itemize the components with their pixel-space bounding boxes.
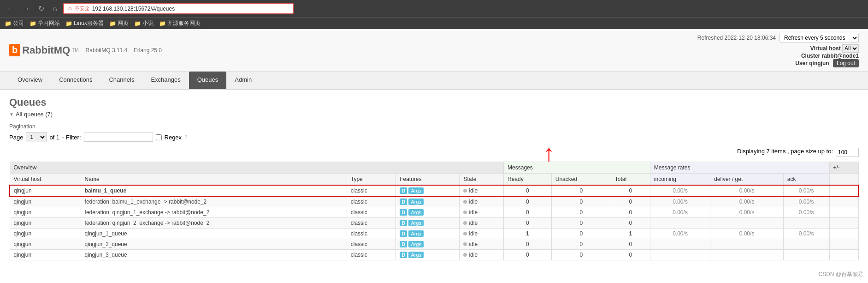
cell-type: classic: [347, 218, 396, 229]
cell-name[interactable]: qingjun_2_queue: [81, 239, 347, 250]
page-select[interactable]: 1: [26, 132, 47, 142]
table-row[interactable]: qingjun qingjun_3_queue classic D Args i…: [10, 250, 858, 260]
cell-features: D Args: [396, 218, 460, 229]
home-button[interactable]: ⌂: [50, 4, 59, 14]
red-arrow: ↓: [543, 143, 555, 170]
brand-name: RabbitMQ: [22, 44, 70, 56]
user-label: User: [795, 60, 808, 66]
refresh-button[interactable]: ↻: [36, 3, 47, 14]
bookmark-company[interactable]: 📁 公司: [5, 19, 24, 27]
cell-vhost: qingjun: [10, 250, 81, 260]
cell-spacer: [829, 207, 858, 218]
cell-total: 0: [611, 207, 650, 218]
bookmark-label: 小说: [142, 19, 154, 27]
folder-icon: 📁: [5, 20, 12, 27]
cell-name[interactable]: baimu_1_queue: [81, 185, 347, 196]
feature-args-tag[interactable]: Args: [408, 209, 424, 216]
refresh-select[interactable]: Refresh every 5 seconds Refresh every 10…: [779, 33, 859, 43]
address-bar[interactable]: ⚠ 不安全 192.168.130.128:15672/#/queues: [63, 3, 294, 14]
feature-d-tag: D: [400, 241, 407, 247]
cell-total: 0: [611, 185, 650, 196]
feature-args-tag[interactable]: Args: [408, 241, 424, 247]
bookmark-study[interactable]: 📁 学习网站: [30, 19, 60, 27]
cell-unacked: 0: [551, 207, 611, 218]
col-total: Total: [611, 174, 650, 186]
security-icon: ⚠: [68, 6, 72, 12]
state-icon: [463, 189, 467, 193]
cell-ready: 0: [504, 218, 552, 229]
table-row[interactable]: qingjun qingjun_1_queue classic D Args i…: [10, 229, 858, 239]
cell-name[interactable]: federation: baimu_1_exchange -> rabbit@n…: [81, 196, 347, 207]
nav-admin[interactable]: Admin: [226, 72, 260, 89]
nav-queues[interactable]: Queues: [189, 72, 227, 89]
logo-area: b RabbitMQ TM RabbitMQ 3.11.4 Erlang 25.…: [9, 44, 162, 56]
forward-button[interactable]: →: [20, 4, 32, 14]
header-right: Refreshed 2022-12-20 18:06:34 Refresh ev…: [697, 33, 859, 67]
feature-args-tag[interactable]: Args: [408, 252, 424, 258]
feature-d-tag: D: [400, 209, 407, 216]
pagination-label: Pagination: [9, 123, 859, 130]
regex-help-icon[interactable]: ?: [184, 134, 188, 140]
filter-input[interactable]: [84, 132, 153, 142]
nav-bar: Overview Connections Channels Exchanges …: [0, 72, 868, 90]
cell-vhost: qingjun: [10, 218, 81, 229]
cell-name[interactable]: qingjun_1_queue: [81, 229, 347, 239]
cell-ack: [783, 239, 829, 250]
bookmark-linux[interactable]: 📁 Linux服务器: [65, 19, 104, 27]
app-header: b RabbitMQ TM RabbitMQ 3.11.4 Erlang 25.…: [0, 29, 868, 72]
col-unacked: Unacked: [551, 174, 611, 186]
table-row[interactable]: qingjun qingjun_2_queue classic D Args i…: [10, 239, 858, 250]
cell-name[interactable]: qingjun_3_queue: [81, 250, 347, 260]
state-icon: [463, 253, 467, 257]
version-info: RabbitMQ 3.11.4 Erlang 25.0: [86, 47, 162, 54]
feature-args-tag[interactable]: Args: [408, 220, 424, 226]
feature-args-tag[interactable]: Args: [408, 230, 424, 237]
cell-vhost: qingjun: [10, 185, 81, 196]
user-value: qingjun: [809, 60, 829, 66]
table-row[interactable]: qingjun baimu_1_queue classic D Args idl…: [10, 185, 858, 196]
cell-name[interactable]: federation: qingjun_1_exchange -> rabbit…: [81, 207, 347, 218]
nav-channels[interactable]: Channels: [100, 72, 142, 89]
plus-minus-btn[interactable]: +/-: [829, 162, 858, 174]
cell-incoming: 0.00/s: [650, 196, 710, 207]
cell-deliver-get: 0.00/s: [710, 185, 784, 196]
nav-connections[interactable]: Connections: [51, 72, 100, 89]
table-row[interactable]: qingjun federation: baimu_1_exchange -> …: [10, 196, 858, 207]
feature-args-tag[interactable]: Args: [408, 187, 424, 194]
cell-type: classic: [347, 185, 396, 196]
user-row: User qingjun Log out: [697, 59, 859, 67]
bookmark-novel[interactable]: 📁 小说: [134, 19, 154, 27]
cell-incoming: [650, 218, 710, 229]
cell-spacer: [829, 218, 858, 229]
security-label: 不安全: [75, 5, 90, 12]
browser-toolbar: ← → ↻ ⌂ ⚠ 不安全 192.168.130.128:15672/#/qu…: [0, 0, 868, 17]
bookmark-label: 学习网站: [38, 19, 60, 27]
feature-args-tag[interactable]: Args: [408, 199, 424, 205]
virtual-host-label: Virtual host: [810, 45, 841, 52]
page-size-input[interactable]: [836, 148, 859, 157]
back-button[interactable]: ←: [5, 4, 17, 14]
cell-name[interactable]: federation: qingjun_2_exchange -> rabbit…: [81, 218, 347, 229]
rabbitmq-version: RabbitMQ 3.11.4: [86, 47, 128, 54]
cell-spacer: [829, 229, 858, 239]
bookmark-label: 公司: [13, 19, 24, 27]
bookmark-opensource[interactable]: 📁 开源服务网页: [159, 19, 201, 27]
cell-type: classic: [347, 196, 396, 207]
nav-overview[interactable]: Overview: [9, 72, 51, 89]
cell-deliver-get: 0.00/s: [710, 196, 784, 207]
cell-vhost: qingjun: [10, 229, 81, 239]
nav-exchanges[interactable]: Exchanges: [142, 72, 189, 89]
virtual-host-select[interactable]: All: [842, 44, 859, 53]
messages-header: Messages: [504, 162, 650, 174]
bookmark-web[interactable]: 📁 网页: [109, 19, 129, 27]
regex-label: Regex: [165, 134, 182, 141]
regex-checkbox[interactable]: [156, 134, 162, 140]
cell-total: 0: [611, 218, 650, 229]
cluster-value: rabbit@node1: [822, 53, 859, 59]
cell-ack: 0.00/s: [783, 229, 829, 239]
table-row[interactable]: qingjun federation: qingjun_2_exchange -…: [10, 218, 858, 229]
table-row[interactable]: qingjun federation: qingjun_1_exchange -…: [10, 207, 858, 218]
logout-button[interactable]: Log out: [833, 59, 859, 67]
url-display: 192.168.130.128:15672/#/queues: [92, 6, 175, 12]
bookmark-label: 开源服务网页: [167, 19, 201, 27]
